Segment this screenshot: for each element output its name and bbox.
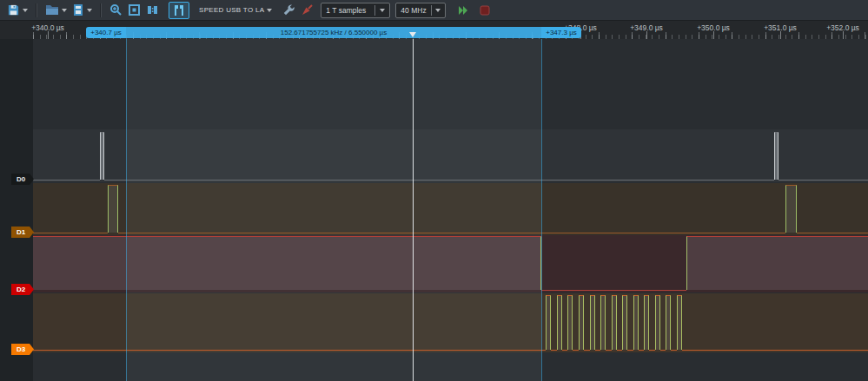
hover-line [413, 39, 414, 381]
cursor-pair-icon [172, 4, 186, 16]
wave-low-segment-D3 [639, 350, 644, 351]
probe-icon [301, 4, 313, 16]
sample-count-caret [380, 9, 385, 12]
export-button[interactable] [70, 2, 95, 19]
save-icon [7, 3, 20, 16]
cursor-region-overlay [126, 39, 541, 381]
run-icon [457, 4, 469, 16]
save-menu-caret[interactable] [23, 9, 28, 12]
ruler-tick-mark [780, 31, 781, 39]
wave-low-segment-D1 [797, 233, 868, 233]
channel-label-D0[interactable]: D0 [11, 174, 34, 185]
wave-low-segment-D3 [562, 350, 567, 351]
combo-divider [431, 5, 432, 16]
ruler-tick-mark [713, 31, 714, 39]
wave-high-segment-D3 [557, 295, 562, 350]
open-folder-icon [45, 4, 59, 16]
device-select[interactable]: SPEED USB TO LA [196, 2, 275, 19]
toolbar: SPEED USB TO LA 1 T samples 40 MHz [0, 0, 868, 21]
ruler-tick-mark [646, 31, 647, 39]
wave-low-segment-D3 [682, 350, 868, 351]
export-menu-caret[interactable] [87, 9, 92, 12]
time-ruler[interactable]: +340.0 µs+348.0 µs+349.0 µs+350.0 µs+351… [0, 21, 868, 39]
wave-high-segment-D1 [108, 185, 118, 233]
cursor2-time-flag[interactable]: +347.3 µs [541, 27, 581, 38]
sample-count-value: 1 T samples [326, 6, 370, 15]
wave-high-segment-D3 [655, 295, 660, 350]
device-label: SPEED USB TO LA [199, 6, 264, 14]
wave-low-segment-D2 [541, 290, 686, 291]
wave-low-segment-D3 [584, 350, 590, 351]
zoom-in-button[interactable] [107, 2, 125, 19]
wave-high-segment-D3 [633, 295, 639, 350]
wave-high-segment-D3 [622, 295, 627, 350]
combo-divider [374, 5, 375, 16]
wave-low-segment-D3 [33, 350, 546, 351]
sample-rate-select[interactable]: 40 MHz [395, 3, 446, 18]
cursor1-time-flag[interactable]: +340.7 µs [86, 27, 126, 38]
wave-high-segment-D3 [600, 295, 606, 350]
wave-high-segment-D3 [567, 295, 573, 350]
wave-low-segment-D3 [595, 350, 600, 351]
wave-low-segment-D3 [649, 350, 655, 351]
wave-low-segment-D3 [606, 350, 612, 351]
wave-low-segment-D3 [551, 350, 557, 351]
wave-high-segment-D3 [590, 295, 595, 350]
wave-high-segment-D3 [579, 295, 584, 350]
open-button[interactable] [43, 2, 70, 19]
wave-high-segment-D0 [100, 132, 104, 180]
wave-low-segment-D0 [104, 180, 774, 181]
sample-count-select[interactable]: 1 T samples [321, 3, 390, 18]
configure-channels-button[interactable] [298, 2, 315, 19]
open-menu-caret[interactable] [62, 9, 67, 12]
zoom-fit-button[interactable] [125, 2, 143, 19]
wave-high-segment-D1 [785, 185, 797, 233]
ruler-tick-mark [48, 31, 49, 39]
hover-marker-icon [409, 32, 416, 37]
wave-low-segment-D0 [779, 180, 868, 181]
wave-low-segment-D3 [671, 350, 677, 351]
channel-label-D2[interactable]: D2 [11, 284, 34, 295]
left-margin [0, 39, 33, 381]
sample-rate-caret [435, 9, 441, 12]
stop-button[interactable] [477, 2, 493, 19]
run-button[interactable] [454, 2, 472, 19]
show-cursors-toggle[interactable] [169, 2, 189, 19]
toolbar-separator [36, 3, 37, 17]
wave-low-segment-D3 [660, 350, 666, 351]
wave-high-segment-D3 [612, 295, 617, 350]
wave-high-segment-D3 [644, 295, 649, 350]
stop-icon [480, 5, 490, 16]
toolbar-separator [100, 3, 102, 17]
wave-low-segment-D1 [33, 233, 108, 233]
wave-low-segment-D3 [627, 350, 633, 351]
wrench-icon [282, 3, 295, 16]
channel-label-D3[interactable]: D3 [11, 344, 34, 355]
wave-high-segment-D2 [33, 236, 541, 290]
ruler-tick-mark [843, 31, 844, 39]
wave-low-segment-D1 [118, 233, 785, 233]
export-icon [72, 3, 84, 16]
wave-low-segment-D3 [573, 350, 579, 351]
device-select-caret [267, 9, 272, 12]
zoom-fit-icon [128, 3, 141, 16]
save-button[interactable] [4, 2, 30, 19]
wave-high-segment-D0 [774, 132, 779, 180]
cursor-range-bar[interactable]: 152.671755725 kHz / 6.550000 µs [126, 27, 541, 38]
sample-rate-value: 40 MHz [401, 6, 426, 15]
wave-high-segment-D2 [686, 236, 868, 290]
cursor-line-2[interactable] [541, 39, 542, 381]
logic-analyzer-app: SPEED USB TO LA 1 T samples 40 MHz [0, 0, 868, 381]
wave-low-segment-D0 [33, 180, 100, 181]
trace-view[interactable]: D0D1D2D3 [0, 39, 868, 381]
wave-high-segment-D3 [677, 295, 682, 350]
wave-low-segment-D3 [617, 350, 622, 351]
channel-label-D1[interactable]: D1 [11, 227, 34, 238]
configure-device-button[interactable] [280, 2, 298, 19]
zoom-in-icon [109, 3, 123, 16]
zoom-one-to-one-button[interactable] [143, 2, 162, 19]
cursor-line-1[interactable] [126, 39, 127, 381]
wave-high-segment-D3 [666, 295, 671, 350]
wave-high-segment-D3 [546, 295, 551, 350]
zoom-one-to-one-icon [146, 3, 159, 16]
